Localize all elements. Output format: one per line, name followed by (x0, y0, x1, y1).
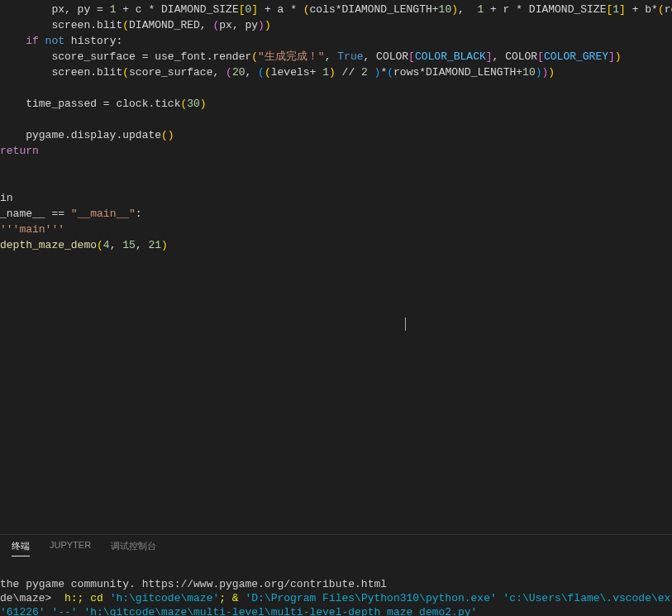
code-line (0, 159, 672, 174)
terminal-cmd: h:; cd (58, 592, 109, 604)
code-line: return (0, 143, 672, 159)
terminal-path: 'c:\Users\flame\.vscode\extensions\ms-p (503, 592, 672, 604)
code-line (0, 80, 672, 96)
tab-terminal[interactable]: 终端 (12, 540, 30, 556)
code-line: score_surface = use_font.render("生成完成！",… (0, 49, 672, 64)
code-line: screen.blit(DIAMOND_RED, (px, py)) (0, 17, 672, 33)
code-line: if not history: (0, 33, 672, 49)
terminal-path: 'h:\gitcode\maze' (110, 592, 220, 604)
code-line (0, 112, 672, 127)
panel-tabs: 终端 JUPYTER 调试控制台 (0, 535, 672, 556)
code-line: _name__ == "__main__": (0, 206, 672, 222)
code-line: depth_maze_demo(4, 15, 21) (0, 237, 672, 253)
terminal-path: 'D:\Program Files\Python310\python.exe' (245, 592, 496, 604)
code-line: in (0, 190, 672, 206)
code-line: pygame.display.update() (0, 127, 672, 143)
code-line: screen.blit(score_surface, (20, ((levels… (0, 64, 672, 80)
code-line (0, 174, 672, 190)
text-cursor-icon (405, 318, 406, 331)
terminal-arg: '61226' (0, 606, 45, 616)
bottom-panel: 终端 JUPYTER 调试控制台 the pygame community. h… (0, 534, 672, 616)
code-line: px, py = 1 + c * DIAMOND_SIZE[0] + a * (… (0, 2, 672, 17)
terminal-path: 'h:\gitcode\maze\multi-level\multi-level… (83, 606, 477, 616)
terminal-arg: '--' (45, 606, 84, 616)
tab-debug-console[interactable]: 调试控制台 (111, 540, 156, 556)
terminal-output[interactable]: the pygame community. https://www.pygame… (0, 556, 672, 616)
code-line: '''main''' (0, 222, 672, 237)
terminal-line: the pygame community. https://www.pygame… (0, 578, 387, 590)
tab-jupyter[interactable]: JUPYTER (50, 540, 91, 556)
code-line: time_passed = clock.tick(30) (0, 96, 672, 112)
terminal-cmd: ; & (219, 592, 245, 604)
code-editor[interactable]: px, py = 1 + c * DIAMOND_SIZE[0] + a * (… (0, 0, 672, 534)
terminal-prompt: de\maze> (0, 592, 58, 604)
